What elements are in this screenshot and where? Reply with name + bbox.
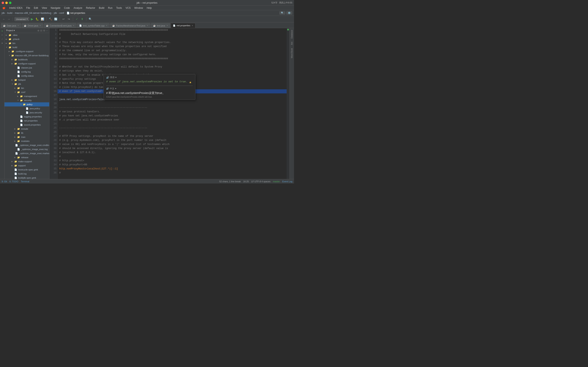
tree-item-policy[interactable]: ▼ 📁 policy: [4, 102, 49, 106]
close-tab-icon[interactable]: ✕: [166, 25, 168, 27]
menu-run[interactable]: Run: [106, 6, 114, 10]
tree-item-security[interactable]: ▼ 📁 security: [4, 98, 49, 102]
menu-file[interactable]: File: [25, 6, 32, 10]
coverage-button[interactable]: 📊: [40, 17, 45, 21]
tree-item--configure-support[interactable]: ▶ 📁 .configure-support: [4, 49, 49, 53]
speaker-icon[interactable]: 🔊: [106, 76, 109, 79]
project-tool-button[interactable]: ●: [0, 29, 4, 33]
tree-item-buildjdk-spec-gmk[interactable]: 📄 buildjdk-spec.gmk: [4, 176, 49, 179]
cursor-position[interactable]: 16:25: [243, 180, 249, 183]
event-log-button[interactable]: Event Log: [282, 180, 292, 183]
menu-intellij[interactable]: IntelliJ IDEA: [8, 6, 24, 10]
tree-item-make-support[interactable]: ▶ 📁 make-support: [4, 159, 49, 164]
menu-edit[interactable]: Edit: [32, 6, 40, 10]
speaker-zh-icon[interactable]: 🔊: [106, 87, 109, 90]
tree-item-bin[interactable]: ▶ 📁 bin: [4, 41, 49, 45]
tree-item-_optimize_image_exec-marker[interactable]: 📄 _optimize_image_exec.marker: [4, 151, 49, 155]
tree-item-sound-properties[interactable]: 📄 sound.properties: [4, 123, 49, 127]
tree-item-build[interactable]: ▼ 📁 build: [4, 45, 49, 49]
tree-item-include[interactable]: ▶ 📁 include: [4, 127, 49, 131]
database-panel-button[interactable]: Database: [290, 29, 293, 39]
breadcrumb-build[interactable]: build: [7, 12, 12, 15]
close-button[interactable]: [2, 2, 4, 4]
favorites-tool-button[interactable]: ★: [0, 41, 4, 45]
tree-item-net-properties[interactable]: 📄 net.properties: [4, 119, 49, 123]
search-everywhere-button[interactable]: 🔍: [279, 11, 285, 15]
tree-item-build-log[interactable]: 📄 build.log: [4, 172, 49, 176]
menu-analyze[interactable]: Analyze: [72, 6, 84, 10]
undo-button[interactable]: ↩: [61, 17, 66, 21]
tab-test-java[interactable]: ☕ test.java ✕: [151, 23, 170, 28]
forward-button[interactable]: →: [7, 17, 11, 21]
close-tab-icon[interactable]: ✕: [73, 25, 74, 27]
tree-item-macosx-x86_64-server-fastdebug[interactable]: ▼ 📁 macosx-x86_64-server-fastdebug: [4, 53, 49, 58]
tab-net-properties[interactable]: 📄 net.properties ✕: [171, 23, 195, 28]
menu-apple[interactable]: 🍎: [1, 6, 7, 10]
ant-panel-button[interactable]: Ant: [290, 41, 293, 46]
menu-refactor[interactable]: Refactor: [84, 6, 97, 10]
debug-button[interactable]: 🐛: [35, 17, 39, 21]
tab-date-java[interactable]: ☕ Date.java ✕: [1, 23, 21, 28]
settings-icon[interactable]: ⚙: [43, 29, 45, 32]
vcs-update-button[interactable]: ⬆: [80, 17, 85, 21]
tab-connection-event[interactable]: ☕ ConnectionEvent.java ✕: [44, 23, 77, 28]
tree-item-java-security[interactable]: 📄 java.security: [4, 110, 49, 115]
dropdown-zh-icon[interactable]: ▾: [115, 87, 116, 90]
tree-item--jcheck[interactable]: ▶ 📁 .jcheck: [4, 37, 49, 41]
tree-item-hotspot[interactable]: ▶ 📁 hotspot: [4, 78, 49, 82]
run-button[interactable]: ▶: [30, 17, 34, 21]
back-button[interactable]: ←: [2, 17, 6, 21]
tab-test-symbol-table[interactable]: 📄 test_symbolTable.cpp ✕: [77, 23, 110, 28]
word-book-panel-button[interactable]: Word Book: [290, 47, 293, 59]
menu-vcs[interactable]: VCS: [124, 6, 132, 10]
breadcrumb-jdk2[interactable]: jdk: [54, 12, 57, 15]
menu-help[interactable]: Help: [145, 6, 153, 10]
menu-window[interactable]: Window: [133, 6, 145, 10]
close-tab-icon[interactable]: ✕: [39, 25, 41, 27]
redo-button[interactable]: ↪: [67, 17, 71, 21]
tree-item-logging-properties[interactable]: 📄 logging.properties: [4, 115, 49, 119]
tab-factory-new-instance[interactable]: ☕ FactoryNewInstanceTest.java ✕: [110, 23, 150, 28]
commit-tool-button[interactable]: ✓: [0, 37, 4, 41]
tree-item-management[interactable]: ▶ 📁 management: [4, 94, 49, 98]
tree-item--idea[interactable]: ▶ 📁 .idea: [4, 33, 49, 37]
tree-item-bootcycle-spec-gmk[interactable]: 📄 bootcycle-spec.gmk: [4, 167, 49, 172]
locate-file-icon[interactable]: ⊕: [37, 29, 39, 32]
hide-panel-icon[interactable]: −: [46, 29, 48, 32]
close-tab-icon[interactable]: ✕: [191, 25, 193, 27]
dropdown-icon[interactable]: ▾: [115, 76, 117, 79]
menu-build[interactable]: Build: [97, 6, 106, 10]
git-status[interactable]: 9: Git: [2, 180, 7, 183]
tab-driver-java[interactable]: ☕ Driver.java ✕: [22, 23, 43, 28]
tree-item-conf[interactable]: ▼ 📁 conf: [4, 90, 49, 94]
close-tab-icon[interactable]: ✕: [147, 25, 148, 27]
star-icon[interactable]: ★: [189, 81, 192, 84]
build-button[interactable]: 🔨: [48, 17, 53, 21]
tree-item-modules[interactable]: ▶ 📁 modules: [4, 139, 49, 143]
vcs-branch[interactable]: master: [273, 180, 280, 183]
search-button[interactable]: 🔍: [88, 17, 93, 21]
tree-item-man[interactable]: ▶ 📁 man: [4, 135, 49, 139]
tree-item-support[interactable]: ▶ 📁 support: [4, 164, 49, 167]
tree-item-configure-support[interactable]: ▶ 📁 configure-support: [4, 62, 49, 66]
tree-item-jdk[interactable]: ▼ 📁 jdk: [4, 82, 49, 86]
sync-button[interactable]: 🔄: [53, 17, 58, 21]
tree-item-buildtools[interactable]: ▶ 📁 buildtools: [4, 58, 49, 62]
tree-item-config-log[interactable]: 📄 config.log: [4, 70, 49, 74]
close-tab-icon[interactable]: ✕: [17, 25, 19, 27]
collapse-all-icon[interactable]: ⊟: [40, 29, 42, 32]
breadcrumb-platform[interactable]: macosx-x86_64-server-fastdebug: [15, 12, 52, 15]
run-config-selector[interactable]: Unnamed ▾: [15, 17, 29, 21]
terminal-status[interactable]: Terminal: [21, 180, 29, 183]
encoding-info[interactable]: LF UTF-8 4 spaces: [251, 180, 270, 183]
menu-view[interactable]: View: [40, 6, 49, 10]
breadcrumb-jdk[interactable]: jdk: [2, 12, 5, 15]
tree-item-_optimize_image_exec-log[interactable]: 📄 _optimize_image_exec.log: [4, 147, 49, 151]
code-content[interactable]: ########################################…: [58, 28, 287, 179]
tree-item-lib[interactable]: ▶ 📁 lib: [4, 131, 49, 135]
todo-status[interactable]: 6: TODO: [9, 180, 18, 183]
close-tab-icon[interactable]: ✕: [106, 25, 107, 27]
tree-item-bin[interactable]: ▶ 📁 bin: [4, 86, 49, 90]
settings-button[interactable]: ⚙️: [286, 11, 292, 15]
minimize-button[interactable]: [5, 2, 8, 4]
